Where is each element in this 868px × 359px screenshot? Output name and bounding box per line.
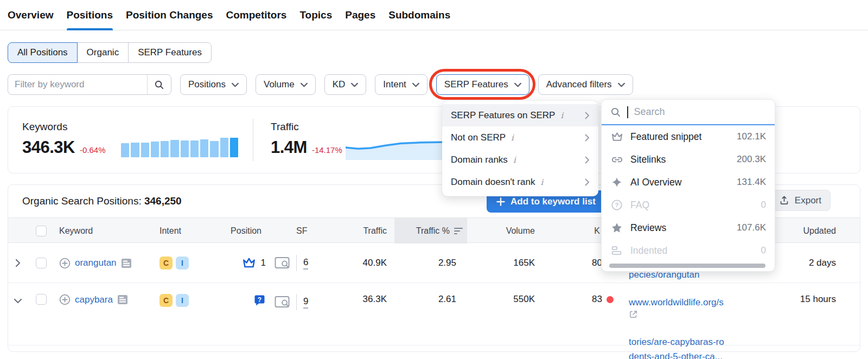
external-link-icon[interactable]: [629, 310, 765, 319]
volume-cell: 165K: [467, 258, 543, 268]
updated-cell: 15 hours: [765, 283, 860, 305]
add-to-list-plus-icon[interactable]: [59, 294, 71, 305]
kd-filter-button[interactable]: KD: [324, 74, 367, 95]
chevron-right-icon: [585, 178, 590, 186]
row-checkbox[interactable]: [36, 258, 47, 268]
positions-filter-button[interactable]: Positions: [180, 74, 247, 95]
serp-features-filter-button[interactable]: SERP Features: [436, 74, 529, 95]
keyword-cell: capybara: [55, 283, 150, 305]
menu-item-domain-doesnt-rank[interactable]: Domain doesn't rank: [442, 171, 598, 193]
traffic-cell: 40.9K: [326, 258, 394, 268]
search-icon: [154, 80, 164, 90]
advanced-filters-button[interactable]: Advanced filters: [538, 74, 633, 95]
kd-cell: 83: [543, 283, 619, 305]
sf-cell: 9: [269, 283, 326, 310]
info-icon: [513, 155, 516, 165]
reviews-star-icon: [610, 222, 623, 234]
view-all-positions-button[interactable]: All Positions: [8, 42, 78, 63]
faq-bubble-icon: ?: [253, 294, 266, 306]
intent-filter-button[interactable]: Intent: [375, 74, 427, 95]
submenu-item-ai-overview[interactable]: AI Overview 131.4K: [602, 171, 775, 194]
tab-pages[interactable]: Pages: [345, 0, 375, 30]
keyword-filter-search-button[interactable]: [147, 75, 171, 94]
traffic-pct-cell: 2.95: [394, 258, 467, 268]
column-header-updated[interactable]: Updated: [765, 226, 860, 236]
submenu-search-field[interactable]: Search: [602, 100, 775, 125]
positions-page: Overview Positions Position Changes Comp…: [0, 0, 868, 359]
column-header-intent[interactable]: Intent: [150, 226, 223, 236]
svg-text:?: ?: [258, 296, 261, 304]
sf-divider: [296, 255, 297, 271]
position-cell: 1: [223, 257, 269, 270]
table-count: 346,250: [144, 195, 182, 207]
keywords-trend-chart: [121, 138, 238, 157]
tab-positions[interactable]: Positions: [67, 0, 113, 30]
serp-features-dropdown-menu: SERP Features on SERP Not on SERP Domain…: [442, 101, 598, 196]
top-nav: Overview Positions Position Changes Comp…: [0, 0, 868, 30]
expand-row-button[interactable]: [8, 259, 28, 267]
intent-badge-commercial: C: [159, 294, 173, 307]
kd-difficulty-dot: [607, 296, 614, 303]
ai-overview-sparkle-icon: [610, 176, 623, 188]
export-upload-icon: [779, 195, 789, 206]
url-link[interactable]: www.worldwildlife.org/stories/are-capyba…: [629, 297, 765, 359]
keywords-value: 346.3K: [22, 138, 75, 157]
column-header-sf[interactable]: SF: [269, 226, 326, 236]
collapse-row-button[interactable]: [8, 283, 28, 304]
keyword-link[interactable]: orangutan: [75, 258, 117, 268]
keyword-filter-field: [8, 74, 171, 95]
menu-item-serp-features-on-serp[interactable]: SERP Features on SERP: [442, 104, 598, 126]
column-header-traffic-pct[interactable]: Traffic %: [394, 218, 467, 243]
row-checkbox[interactable]: [36, 294, 47, 305]
export-button[interactable]: Export: [770, 190, 831, 211]
search-icon: [610, 107, 621, 118]
traffic-value: 1.4M: [271, 138, 307, 157]
keyword-filter-input[interactable]: [8, 79, 147, 90]
intent-badge-commercial: C: [159, 257, 173, 270]
intent-badge-informational: I: [176, 294, 189, 307]
sf-count-link[interactable]: 6: [303, 257, 308, 270]
serp-preview-icon[interactable]: [275, 296, 290, 309]
chevron-down-icon: [514, 82, 521, 87]
add-to-list-plus-icon[interactable]: [59, 258, 71, 269]
select-all-checkbox-cell: [28, 226, 55, 236]
tab-topics[interactable]: Topics: [299, 0, 332, 30]
submenu-item-featured-snippet[interactable]: Featured snippet 102.1K: [602, 125, 775, 148]
horizontal-scrollbar[interactable]: [609, 264, 765, 268]
submenu-item-reviews[interactable]: Reviews 107.6K: [602, 216, 775, 239]
view-switcher: All Positions Organic SERP Features: [8, 42, 212, 63]
column-header-traffic[interactable]: Traffic: [326, 226, 394, 236]
submenu-item-indented: Indented 0: [602, 239, 775, 262]
featured-snippet-crown-icon: [242, 257, 256, 270]
tab-subdomains[interactable]: Subdomains: [388, 0, 450, 30]
menu-item-not-on-serp[interactable]: Not on SERP: [442, 126, 598, 149]
chevron-down-icon: [351, 82, 358, 87]
column-header-keyword[interactable]: Keyword: [55, 226, 150, 236]
kd-value: 83: [592, 294, 602, 305]
tab-position-changes[interactable]: Position Changes: [126, 0, 213, 30]
keywords-label: Keywords: [22, 121, 106, 133]
serp-snapshot-icon[interactable]: [117, 294, 128, 305]
column-header-position[interactable]: Position: [223, 226, 269, 236]
sf-count-link[interactable]: 9: [303, 296, 308, 309]
keyword-link[interactable]: capybara: [75, 294, 113, 305]
volume-filter-button[interactable]: Volume: [256, 74, 316, 95]
chevron-right-icon: [585, 112, 590, 119]
sitelinks-link-icon: [610, 153, 623, 166]
tab-competitors[interactable]: Competitors: [226, 0, 286, 30]
menu-item-domain-ranks[interactable]: Domain ranks: [442, 149, 598, 171]
chevron-down-icon: [412, 82, 419, 87]
serp-preview-icon[interactable]: [275, 257, 290, 270]
tab-overview[interactable]: Overview: [8, 0, 54, 30]
faq-question-icon: ?: [610, 199, 623, 211]
chevron-right-icon: [585, 134, 590, 142]
submenu-item-sitelinks[interactable]: Sitelinks 200.3K: [602, 148, 775, 171]
column-header-volume[interactable]: Volume: [467, 226, 543, 236]
view-serp-features-button[interactable]: SERP Features: [128, 42, 212, 63]
select-all-checkbox[interactable]: [36, 226, 47, 236]
view-organic-button[interactable]: Organic: [77, 42, 129, 63]
plus-icon: [496, 197, 505, 206]
serp-snapshot-icon[interactable]: [121, 258, 132, 268]
serp-features-flyout: Search Featured snippet 102.1K Sitelinks…: [601, 99, 775, 272]
chevron-down-icon: [618, 82, 625, 87]
